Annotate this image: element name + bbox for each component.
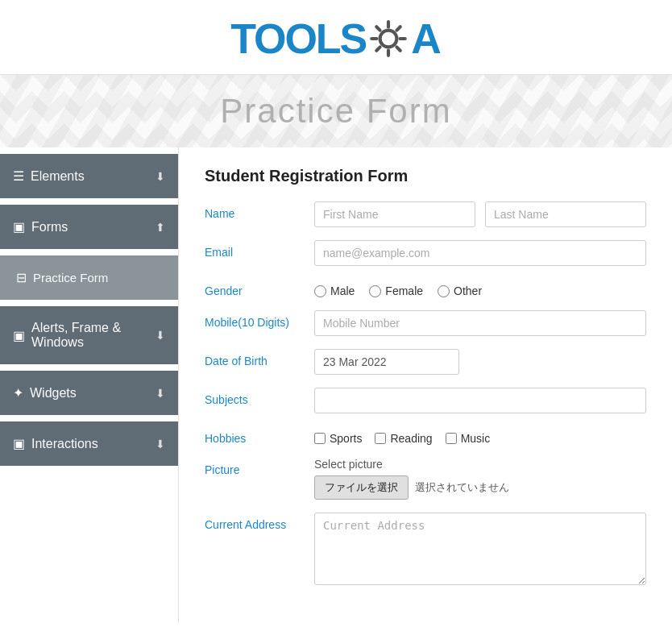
gender-male-radio[interactable] (314, 285, 326, 297)
file-choose-button[interactable]: ファイルを選択 (314, 475, 409, 500)
gender-female-radio[interactable] (369, 285, 381, 297)
gender-other-label: Other (454, 284, 482, 297)
address-textarea[interactable] (314, 513, 646, 585)
picture-select-text: Select picture (314, 458, 646, 471)
sidebar-item-widgets[interactable]: ✦ Widgets ⬇ (0, 371, 178, 415)
interactions-icon: ▣ (13, 436, 25, 451)
last-name-input[interactable] (485, 201, 646, 227)
form-title: Student Registration Form (205, 167, 646, 185)
hero-banner: Practice Form (0, 75, 672, 147)
gender-female-label: Female (385, 284, 423, 297)
main-layout: ☰ Elements ⬇ ▣ Forms ⬆ ⊟ Practice Form ▣… (0, 147, 672, 623)
gender-radio-group: Male Female Other (314, 279, 646, 297)
logo-gear-icon (367, 18, 409, 60)
sidebar-label-elements: Elements (31, 169, 156, 184)
hobbies-music-label: Music (461, 432, 491, 445)
sidebar-label-alerts: Alerts, Frame & Windows (31, 321, 156, 350)
hobbies-music-checkbox[interactable] (446, 433, 457, 444)
name-row: Name (205, 201, 646, 227)
dob-field-wrapper (314, 349, 646, 375)
gender-other-radio[interactable] (438, 285, 450, 297)
logo-tools-text: TOOLS (230, 15, 366, 63)
sidebar-label-interactions: Interactions (31, 437, 156, 451)
download-icon-elements: ⬇ (156, 170, 165, 183)
forms-icon: ▣ (13, 219, 25, 235)
upload-icon-forms: ⬆ (156, 221, 165, 234)
email-input[interactable] (314, 240, 646, 266)
sidebar: ☰ Elements ⬇ ▣ Forms ⬆ ⊟ Practice Form ▣… (0, 147, 179, 623)
gender-male-option[interactable]: Male (314, 284, 355, 297)
sidebar-item-alerts[interactable]: ▣ Alerts, Frame & Windows ⬇ (0, 306, 178, 364)
hamburger-icon: ☰ (13, 168, 24, 184)
sidebar-label-widgets: Widgets (30, 386, 156, 401)
subjects-row: Subjects (205, 388, 646, 413)
address-row: Current Address (205, 513, 646, 588)
hobbies-sports-option[interactable]: Sports (314, 432, 362, 445)
hobbies-reading-checkbox[interactable] (375, 433, 386, 444)
practice-form-icon: ⊟ (16, 270, 27, 285)
hobbies-music-option[interactable]: Music (446, 432, 491, 445)
hobbies-row: Hobbies Sports Reading Music (205, 426, 646, 445)
hobbies-label: Hobbies (205, 426, 301, 445)
dob-input[interactable] (314, 349, 459, 375)
sidebar-item-elements[interactable]: ☰ Elements ⬇ (0, 154, 178, 198)
hobbies-checkbox-group: Sports Reading Music (314, 426, 646, 445)
gender-other-option[interactable]: Other (438, 284, 482, 297)
email-row: Email (205, 240, 646, 266)
logo: TOOLS A (230, 15, 442, 63)
picture-label: Picture (205, 458, 301, 476)
dob-label: Date of Birth (205, 349, 301, 367)
file-no-file-text: 選択されていません (415, 480, 509, 495)
subjects-label: Subjects (205, 388, 301, 406)
header: TOOLS A (0, 0, 672, 75)
address-label: Current Address (205, 513, 301, 531)
gender-female-option[interactable]: Female (369, 284, 423, 297)
widgets-icon: ✦ (13, 385, 23, 401)
name-label: Name (205, 201, 301, 220)
picture-section: Select picture ファイルを選択 選択されていません (314, 458, 646, 500)
email-field-wrapper (314, 240, 646, 266)
mobile-field-wrapper (314, 310, 646, 336)
download-icon-alerts: ⬇ (156, 329, 165, 342)
hobbies-sports-label: Sports (330, 432, 362, 445)
dob-row: Date of Birth (205, 349, 646, 375)
mobile-input[interactable] (314, 310, 646, 336)
download-icon-interactions: ⬇ (156, 438, 165, 450)
address-field-wrapper (314, 513, 646, 588)
sidebar-label-forms: Forms (31, 220, 156, 235)
sidebar-item-interactions[interactable]: ▣ Interactions ⬇ (0, 421, 178, 466)
subjects-input[interactable] (314, 388, 646, 413)
hobbies-reading-option[interactable]: Reading (375, 432, 432, 445)
file-input-row: ファイルを選択 選択されていません (314, 475, 646, 500)
name-fields (314, 201, 646, 227)
gender-male-label: Male (330, 284, 355, 297)
picture-row: Picture Select picture ファイルを選択 選択されていません (205, 458, 646, 500)
hobbies-reading-label: Reading (390, 432, 432, 445)
sidebar-item-practice-form[interactable]: ⊟ Practice Form (0, 255, 178, 300)
gender-label: Gender (205, 279, 301, 297)
subjects-field-wrapper (314, 388, 646, 413)
sidebar-item-forms[interactable]: ▣ Forms ⬆ (0, 205, 178, 249)
hobbies-sports-checkbox[interactable] (314, 433, 326, 444)
download-icon-widgets: ⬇ (156, 387, 165, 400)
logo-a-text: A (411, 15, 442, 63)
mobile-label: Mobile(10 Digits) (205, 310, 301, 329)
sidebar-label-practice-form: Practice Form (33, 271, 165, 284)
hero-title: Practice Form (220, 92, 451, 131)
mobile-row: Mobile(10 Digits) (205, 310, 646, 336)
first-name-input[interactable] (314, 201, 475, 227)
alerts-icon: ▣ (13, 328, 25, 343)
gender-row: Gender Male Female Other (205, 279, 646, 297)
email-label: Email (205, 240, 301, 259)
main-content: Student Registration Form Name Email Gen… (179, 147, 672, 623)
